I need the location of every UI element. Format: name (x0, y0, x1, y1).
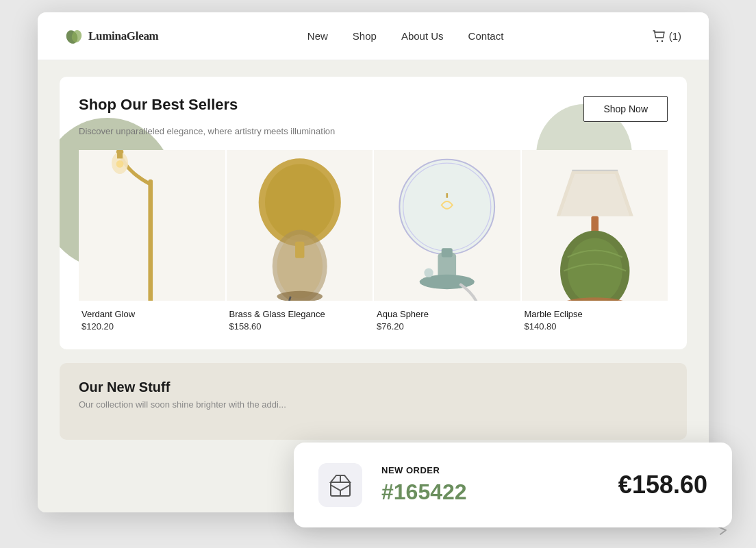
logo-icon (65, 27, 83, 45)
logo-area[interactable]: LuminaGleam (65, 27, 159, 45)
lamp-dome-icon (227, 150, 373, 301)
cart-count: (1) (669, 30, 681, 42)
svg-point-11 (265, 164, 334, 241)
product-name-2: Aqua Sphere (377, 309, 518, 319)
product-card-brass-glass[interactable]: Brass & Glass Elegance $158.60 (227, 150, 373, 334)
product-price-0: $120.20 (81, 321, 223, 332)
new-stuff-title: Our New Stuff (79, 379, 668, 395)
product-image-aqua-sphere (374, 150, 520, 301)
svg-point-9 (116, 160, 124, 168)
nav-item-about[interactable]: About Us (401, 30, 444, 42)
cart-icon (653, 29, 666, 43)
new-stuff-section: Our New Stuff Our collection will soon s… (60, 363, 687, 440)
notification-icon-area (318, 463, 362, 507)
logo-text: LuminaGleam (88, 29, 159, 43)
best-sellers-subtitle: Discover unparalleled elegance, where ar… (79, 126, 668, 136)
product-info-marble-eclipse: Marble Eclipse $140.80 (522, 301, 668, 334)
svg-point-16 (399, 160, 494, 255)
best-sellers-section: Shop Our Best Sellers Shop Now Discover … (60, 77, 687, 349)
browser-frame: LuminaGleam New Shop About Us Contact (38, 12, 709, 512)
lamp-arc-icon (79, 150, 225, 301)
svg-point-22 (424, 269, 433, 277)
cart-area[interactable]: (1) (653, 29, 681, 43)
svg-rect-8 (117, 152, 123, 158)
lamp-table-icon (522, 150, 668, 301)
shop-now-button[interactable]: Shop Now (583, 96, 668, 122)
nav-links: New Shop About Us Contact (307, 30, 503, 42)
product-name-1: Brass & Glass Elegance (229, 309, 370, 319)
product-card-verdant-glow[interactable]: Verdant Glow $120.20 (79, 150, 225, 334)
product-info-brass-glass: Brass & Glass Elegance $158.60 (227, 301, 373, 334)
package-icon (327, 471, 354, 499)
svg-rect-23 (591, 216, 598, 233)
product-card-marble-eclipse[interactable]: Marble Eclipse $140.80 (522, 150, 668, 334)
product-info-aqua-sphere: Aqua Sphere $76.20 (374, 301, 520, 334)
lamp-globe-icon (374, 150, 520, 301)
notification-card: NEW ORDER #165422 €158.60 (294, 443, 732, 527)
svg-rect-20 (442, 248, 453, 257)
best-sellers-title: Shop Our Best Sellers (79, 96, 238, 114)
product-name-3: Marble Eclipse (525, 309, 666, 319)
product-name-0: Verdant Glow (81, 309, 223, 319)
svg-rect-4 (148, 179, 153, 301)
product-price-2: $76.20 (377, 321, 518, 332)
navbar: LuminaGleam New Shop About Us Contact (38, 12, 709, 60)
products-grid: Verdant Glow $120.20 (79, 150, 668, 334)
notification-label: NEW ORDER (381, 465, 599, 475)
svg-point-2 (656, 40, 657, 41)
notification-order-number: #165422 (381, 480, 599, 505)
svg-point-3 (661, 40, 662, 41)
product-price-3: $140.80 (525, 321, 666, 332)
notification-content: NEW ORDER #165422 (381, 465, 599, 505)
product-image-verdant-glow (79, 150, 225, 301)
product-image-brass-glass (227, 150, 373, 301)
product-image-marble-eclipse (522, 150, 668, 301)
product-price-1: $158.60 (229, 321, 370, 332)
product-info-verdant-glow: Verdant Glow $120.20 (79, 301, 225, 334)
product-card-aqua-sphere[interactable]: Aqua Sphere $76.20 (374, 150, 520, 334)
svg-rect-15 (295, 242, 304, 258)
new-stuff-subtitle: Our collection will soon shine brighter … (79, 399, 668, 410)
nav-item-shop[interactable]: Shop (353, 30, 377, 42)
nav-item-new[interactable]: New (307, 30, 328, 42)
nav-item-contact[interactable]: Contact (468, 30, 504, 42)
notification-amount: €158.60 (618, 471, 707, 499)
section-header: Shop Our Best Sellers Shop Now (79, 96, 668, 122)
